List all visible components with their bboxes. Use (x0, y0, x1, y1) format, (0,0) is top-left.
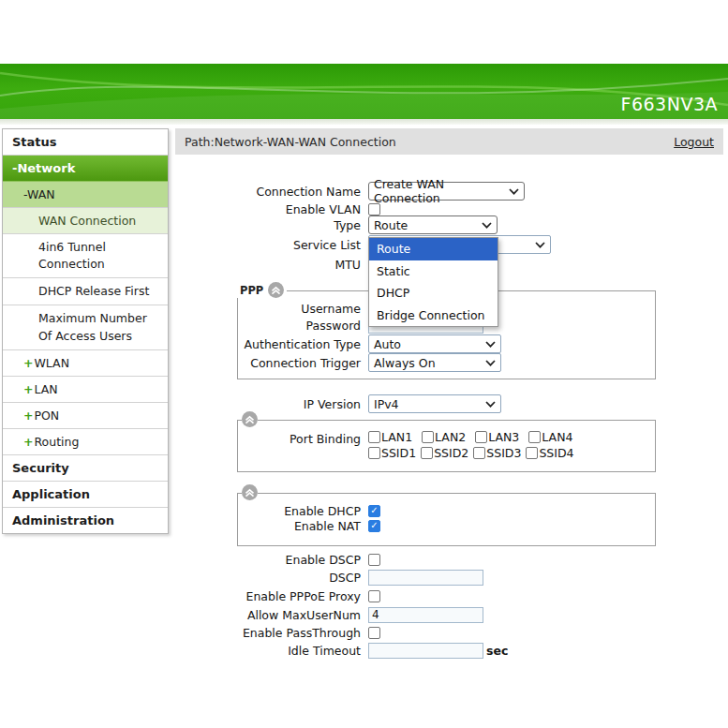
enable-passthrough-row: Enable PassThrough (175, 625, 380, 640)
lan4-label: LAN4 (542, 430, 572, 444)
sidebar-item-max-access-users[interactable]: Maximum Number Of Access Users (3, 305, 168, 349)
banner-wave-graphic (0, 64, 728, 119)
brand-banner: F663NV3A (0, 64, 728, 119)
sidebar-item-dhcp-release-first[interactable]: DHCP Release First (3, 278, 168, 305)
sidebar-item-4in6-tunnel[interactable]: 4in6 Tunnel Connection (3, 234, 168, 278)
dhcp-nat-groupbox-header (242, 484, 258, 500)
ip-version-select[interactable]: IPv4 (368, 394, 501, 413)
enable-pppoe-proxy-row: Enable PPPoE Proxy (175, 588, 380, 603)
type-option-bridge-connection[interactable]: Bridge Connection (369, 305, 498, 327)
dscp-label: DSCP (175, 571, 361, 585)
type-label: Type (175, 218, 361, 232)
allow-maxusernum-row: Allow MaxUserNum (175, 605, 483, 624)
password-label: Password (175, 319, 361, 333)
port-binding-row: Port Binding LAN1 LAN2 LAN3 LAN4 SSID1 S… (175, 430, 574, 462)
collapse-icon[interactable] (242, 484, 258, 500)
enable-nat-label: Enable NAT (175, 519, 361, 533)
connection-trigger-value: Always On (374, 356, 436, 370)
enable-passthrough-label: Enable PassThrough (175, 626, 361, 640)
connection-trigger-select[interactable]: Always On (368, 353, 501, 372)
port-binding-lan2: LAN2 (422, 430, 466, 444)
mtu-label: MTU (175, 258, 361, 272)
lan2-checkbox[interactable] (422, 431, 434, 443)
ssid4-checkbox[interactable] (526, 447, 538, 459)
ssid3-checkbox[interactable] (473, 447, 485, 459)
logout-link[interactable]: Logout (674, 135, 714, 149)
connection-name-row: Connection Name Create WAN Connection (175, 182, 525, 201)
port-binding-lan4: LAN4 (528, 430, 572, 444)
expand-plus-icon: + (23, 435, 33, 449)
port-binding-ssid2: SSID2 (421, 446, 468, 460)
chevron-down-icon (485, 401, 496, 408)
enable-pppoe-proxy-label: Enable PPPoE Proxy (175, 589, 361, 603)
authentication-type-row: Authentication Type Auto (175, 334, 501, 353)
idle-timeout-row: Idle Timeout sec (175, 641, 508, 660)
lan4-checkbox[interactable] (528, 431, 541, 443)
enable-nat-checkbox[interactable] (368, 520, 380, 532)
sidebar-item-wlan[interactable]: +WLAN (3, 350, 168, 377)
authentication-type-label: Authentication Type (175, 337, 361, 351)
lan1-checkbox[interactable] (368, 431, 380, 443)
sidebar-item-pon[interactable]: +PON (3, 403, 168, 429)
collapse-icon[interactable] (268, 282, 284, 298)
ssid4-label: SSID4 (539, 446, 573, 460)
sidebar-item-status[interactable]: Status (3, 129, 168, 156)
username-label: Username (175, 302, 361, 316)
enable-dscp-label: Enable DSCP (175, 553, 361, 567)
enable-vlan-checkbox[interactable] (368, 203, 380, 215)
device-model-label: F663NV3A (621, 94, 719, 114)
type-dropdown-list: Route Static DHCP Bridge Connection (368, 237, 498, 327)
expand-plus-icon: + (23, 382, 33, 396)
chevron-down-icon (482, 222, 492, 229)
lan3-label: LAN3 (488, 430, 519, 444)
collapse-icon[interactable] (242, 411, 258, 427)
port-binding-ssid1: SSID1 (368, 446, 416, 460)
connection-name-label: Connection Name (175, 185, 361, 199)
port-binding-ssid4: SSID4 (526, 446, 573, 460)
enable-pppoe-proxy-checkbox[interactable] (368, 590, 380, 602)
sidebar-item-routing[interactable]: +Routing (3, 429, 168, 455)
sidebar-item-administration[interactable]: Administration (3, 508, 168, 533)
type-option-route[interactable]: Route (369, 238, 498, 260)
type-option-static[interactable]: Static (369, 260, 498, 283)
idle-timeout-label: Idle Timeout (175, 644, 361, 658)
port-binding-label: Port Binding (175, 430, 361, 446)
sidebar-item-lan[interactable]: +LAN (3, 377, 168, 403)
sidebar-item-label: PON (34, 409, 59, 423)
banner-divider (0, 119, 728, 125)
enable-dhcp-checkbox[interactable] (368, 505, 380, 517)
idle-timeout-unit: sec (486, 644, 508, 658)
ppp-groupbox-header: PPP (237, 282, 287, 298)
allow-maxusernum-input[interactable] (368, 607, 483, 623)
port-binding-groupbox-header (242, 411, 258, 427)
enable-passthrough-checkbox[interactable] (368, 627, 380, 639)
ip-version-label: IP Version (175, 397, 361, 411)
sidebar-item-wan[interactable]: -WAN (3, 182, 168, 208)
type-row: Type Route (175, 215, 498, 234)
type-option-dhcp[interactable]: DHCP (369, 282, 498, 305)
sidebar-item-wan-connection[interactable]: WAN Connection (3, 208, 168, 234)
ssid2-label: SSID2 (434, 446, 468, 460)
expand-plus-icon: + (23, 409, 33, 423)
enable-nat-row: Enable NAT (175, 518, 380, 533)
port-binding-ssid3: SSID3 (473, 446, 521, 460)
idle-timeout-input[interactable] (368, 643, 483, 659)
dscp-input[interactable] (368, 570, 483, 586)
ssid3-label: SSID3 (486, 446, 521, 460)
lan3-checkbox[interactable] (475, 431, 487, 443)
sidebar-item-security[interactable]: Security (3, 455, 168, 482)
chevron-down-icon (485, 360, 496, 366)
sidebar-item-label: WLAN (34, 356, 69, 370)
sidebar-item-network[interactable]: -Network (3, 156, 168, 182)
ssid2-checkbox[interactable] (421, 447, 433, 459)
authentication-type-value: Auto (374, 337, 401, 351)
ppp-title: PPP (240, 284, 263, 297)
type-select[interactable]: Route (368, 215, 498, 234)
authentication-type-select[interactable]: Auto (368, 334, 501, 353)
port-binding-lan1: LAN1 (368, 430, 412, 444)
sidebar-item-application[interactable]: Application (3, 482, 168, 508)
enable-dscp-checkbox[interactable] (368, 554, 380, 566)
connection-name-select[interactable]: Create WAN Connection (368, 182, 525, 201)
service-list-label: Service List (175, 238, 361, 252)
ssid1-checkbox[interactable] (368, 447, 380, 459)
